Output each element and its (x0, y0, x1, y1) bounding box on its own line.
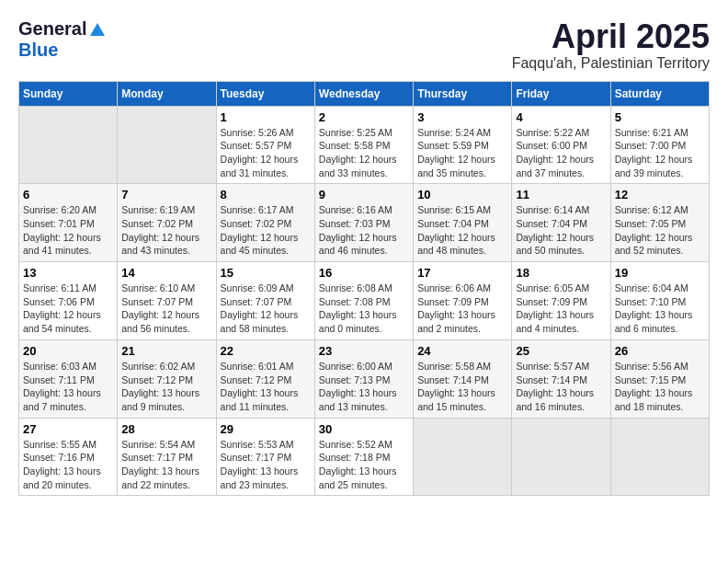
calendar-table: SundayMondayTuesdayWednesdayThursdayFrid… (18, 81, 710, 497)
header-cell-wednesday: Wednesday (314, 81, 413, 106)
day-number: 30 (319, 422, 409, 436)
page-subtitle: Faqqu'ah, Palestinian Territory (512, 55, 710, 72)
day-detail: Sunrise: 5:24 AMSunset: 5:59 PMDaylight:… (417, 127, 495, 178)
day-cell: 23Sunrise: 6:00 AMSunset: 7:13 PMDayligh… (314, 339, 413, 418)
day-number: 21 (121, 344, 211, 358)
day-number: 26 (615, 344, 705, 358)
day-detail: Sunrise: 5:58 AMSunset: 7:14 PMDaylight:… (417, 361, 495, 412)
day-number: 19 (615, 266, 705, 280)
day-detail: Sunrise: 6:10 AMSunset: 7:07 PMDaylight:… (121, 282, 199, 334)
day-number: 13 (23, 266, 113, 280)
day-cell: 15Sunrise: 6:09 AMSunset: 7:07 PMDayligh… (216, 262, 314, 340)
header-cell-saturday: Saturday (610, 81, 709, 106)
header-cell-monday: Monday (118, 81, 216, 106)
day-detail: Sunrise: 6:19 AMSunset: 7:02 PMDaylight:… (121, 204, 199, 256)
day-number: 20 (23, 344, 113, 358)
week-row-2: 6Sunrise: 6:20 AMSunset: 7:01 PMDaylight… (19, 184, 710, 262)
title-area: April 2025 Faqqu'ah, Palestinian Territo… (512, 18, 710, 72)
week-row-5: 27Sunrise: 5:55 AMSunset: 7:16 PMDayligh… (19, 418, 710, 496)
day-cell: 3Sunrise: 5:24 AMSunset: 5:59 PMDaylight… (414, 106, 512, 184)
day-detail: Sunrise: 6:08 AMSunset: 7:08 PMDaylight:… (319, 282, 397, 334)
day-number: 28 (121, 422, 211, 436)
day-cell: 4Sunrise: 5:22 AMSunset: 6:00 PMDaylight… (512, 106, 610, 184)
day-cell: 27Sunrise: 5:55 AMSunset: 7:16 PMDayligh… (19, 418, 118, 496)
day-cell: 7Sunrise: 6:19 AMSunset: 7:02 PMDaylight… (118, 184, 216, 262)
header: General Blue April 2025 Faqqu'ah, Palest… (18, 18, 710, 72)
day-detail: Sunrise: 6:15 AMSunset: 7:04 PMDaylight:… (417, 204, 495, 256)
day-detail: Sunrise: 6:14 AMSunset: 7:04 PMDaylight:… (516, 204, 594, 256)
day-number: 8 (221, 188, 311, 201)
day-cell: 9Sunrise: 6:16 AMSunset: 7:03 PMDaylight… (314, 184, 413, 262)
day-detail: Sunrise: 6:09 AMSunset: 7:07 PMDaylight:… (221, 282, 299, 334)
logo-general-text: General (18, 18, 86, 40)
day-detail: Sunrise: 6:03 AMSunset: 7:11 PMDaylight:… (23, 361, 101, 412)
header-cell-sunday: Sunday (19, 81, 118, 106)
day-detail: Sunrise: 5:57 AMSunset: 7:14 PMDaylight:… (516, 361, 594, 412)
header-cell-tuesday: Tuesday (216, 81, 314, 106)
day-number: 17 (417, 266, 507, 280)
day-detail: Sunrise: 6:17 AMSunset: 7:02 PMDaylight:… (221, 204, 299, 256)
page-title: April 2025 (512, 18, 710, 55)
day-cell: 26Sunrise: 5:56 AMSunset: 7:15 PMDayligh… (610, 339, 709, 418)
day-detail: Sunrise: 6:01 AMSunset: 7:12 PMDaylight:… (221, 361, 299, 412)
day-number: 7 (121, 188, 211, 201)
day-number: 1 (221, 110, 311, 124)
day-cell: 8Sunrise: 6:17 AMSunset: 7:02 PMDaylight… (216, 184, 314, 262)
day-detail: Sunrise: 5:56 AMSunset: 7:15 PMDaylight:… (615, 361, 693, 412)
week-row-3: 13Sunrise: 6:11 AMSunset: 7:06 PMDayligh… (19, 262, 710, 340)
day-cell: 13Sunrise: 6:11 AMSunset: 7:06 PMDayligh… (19, 262, 118, 340)
day-number: 9 (319, 188, 409, 201)
day-detail: Sunrise: 6:20 AMSunset: 7:01 PMDaylight:… (23, 204, 101, 256)
day-detail: Sunrise: 5:55 AMSunset: 7:16 PMDaylight:… (23, 439, 101, 490)
day-detail: Sunrise: 5:25 AMSunset: 5:58 PMDaylight:… (319, 127, 397, 178)
day-number: 5 (615, 110, 705, 124)
day-detail: Sunrise: 6:11 AMSunset: 7:06 PMDaylight:… (23, 282, 101, 334)
day-number: 18 (516, 266, 606, 280)
day-cell: 21Sunrise: 6:02 AMSunset: 7:12 PMDayligh… (118, 339, 216, 418)
day-cell (19, 106, 118, 184)
day-cell: 6Sunrise: 6:20 AMSunset: 7:01 PMDaylight… (19, 184, 118, 262)
day-detail: Sunrise: 5:53 AMSunset: 7:17 PMDaylight:… (221, 439, 299, 490)
day-cell: 19Sunrise: 6:04 AMSunset: 7:10 PMDayligh… (610, 262, 709, 340)
day-cell: 18Sunrise: 6:05 AMSunset: 7:09 PMDayligh… (512, 262, 610, 340)
header-cell-thursday: Thursday (414, 81, 512, 106)
week-row-4: 20Sunrise: 6:03 AMSunset: 7:11 PMDayligh… (19, 339, 710, 418)
day-number: 4 (516, 110, 606, 124)
day-detail: Sunrise: 5:52 AMSunset: 7:18 PMDaylight:… (319, 439, 397, 490)
day-cell: 14Sunrise: 6:10 AMSunset: 7:07 PMDayligh… (118, 262, 216, 340)
day-number: 29 (221, 422, 311, 436)
day-cell (610, 418, 709, 496)
day-cell: 11Sunrise: 6:14 AMSunset: 7:04 PMDayligh… (512, 184, 610, 262)
day-detail: Sunrise: 5:22 AMSunset: 6:00 PMDaylight:… (516, 127, 594, 178)
day-number: 6 (23, 188, 113, 201)
day-number: 12 (615, 188, 705, 201)
logo-blue-text: Blue (18, 40, 58, 60)
day-cell: 28Sunrise: 5:54 AMSunset: 7:17 PMDayligh… (118, 418, 216, 496)
header-row: SundayMondayTuesdayWednesdayThursdayFrid… (19, 81, 710, 106)
day-number: 16 (319, 266, 409, 280)
day-detail: Sunrise: 6:04 AMSunset: 7:10 PMDaylight:… (615, 282, 693, 334)
day-cell: 20Sunrise: 6:03 AMSunset: 7:11 PMDayligh… (19, 339, 118, 418)
day-detail: Sunrise: 5:54 AMSunset: 7:17 PMDaylight:… (121, 439, 199, 490)
day-number: 24 (417, 344, 507, 358)
day-cell: 22Sunrise: 6:01 AMSunset: 7:12 PMDayligh… (216, 339, 314, 418)
day-number: 25 (516, 344, 606, 358)
day-cell: 5Sunrise: 6:21 AMSunset: 7:00 PMDaylight… (610, 106, 709, 184)
day-cell: 10Sunrise: 6:15 AMSunset: 7:04 PMDayligh… (414, 184, 512, 262)
day-number: 3 (417, 110, 507, 124)
day-detail: Sunrise: 6:00 AMSunset: 7:13 PMDaylight:… (319, 361, 397, 412)
day-detail: Sunrise: 6:05 AMSunset: 7:09 PMDaylight:… (516, 282, 594, 334)
day-cell (414, 418, 512, 496)
day-cell: 2Sunrise: 5:25 AMSunset: 5:58 PMDaylight… (314, 106, 413, 184)
day-cell: 25Sunrise: 5:57 AMSunset: 7:14 PMDayligh… (512, 339, 610, 418)
day-cell: 17Sunrise: 6:06 AMSunset: 7:09 PMDayligh… (414, 262, 512, 340)
day-cell: 30Sunrise: 5:52 AMSunset: 7:18 PMDayligh… (314, 418, 413, 496)
day-number: 22 (221, 344, 311, 358)
day-detail: Sunrise: 6:02 AMSunset: 7:12 PMDaylight:… (121, 361, 199, 412)
header-cell-friday: Friday (512, 81, 610, 106)
day-detail: Sunrise: 6:21 AMSunset: 7:00 PMDaylight:… (615, 127, 693, 178)
day-number: 2 (319, 110, 409, 124)
day-cell (512, 418, 610, 496)
day-number: 27 (23, 422, 113, 436)
day-number: 10 (417, 188, 507, 201)
